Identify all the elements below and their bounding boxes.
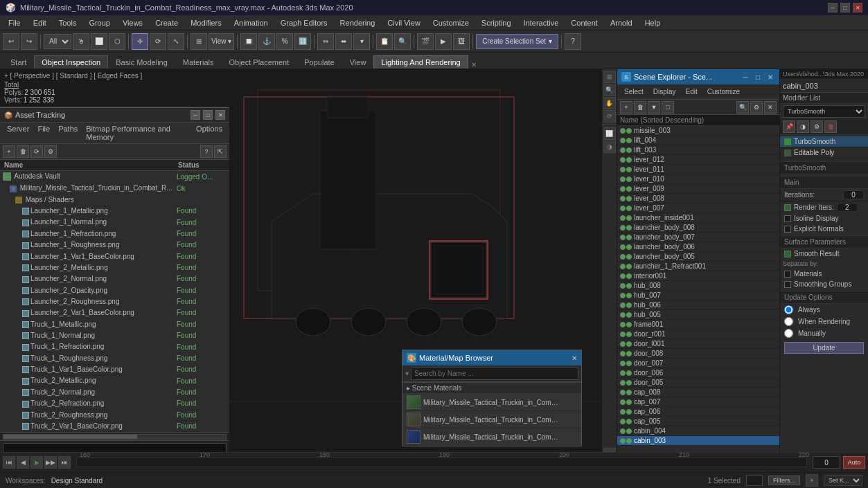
prev-frame-btn[interactable]: ◀ — [17, 456, 29, 469]
tab-materials[interactable]: Materials — [175, 55, 222, 69]
render-frame-btn[interactable]: 🖼 — [453, 33, 470, 50]
list-item[interactable]: launcher_body_006 — [617, 242, 779, 252]
table-row[interactable]: Truck_2_Roughness.pngFound — [0, 410, 229, 421]
table-row[interactable]: Maps / Shaders — [0, 195, 229, 206]
redo-btn[interactable]: ↪ — [21, 33, 37, 50]
close-btn[interactable]: ✕ — [853, 3, 862, 12]
list-item[interactable]: cabin_004 — [617, 426, 779, 436]
scene-explorer-btn[interactable]: 🔍 — [394, 33, 411, 50]
se-menu-select[interactable]: Select — [620, 87, 648, 96]
at-menu-server[interactable]: Server — [3, 124, 33, 142]
select-mode-dropdown[interactable]: All — [44, 34, 71, 49]
pan-btn[interactable]: ✋ — [603, 97, 616, 109]
layer-btn[interactable]: 📋 — [376, 33, 393, 50]
table-row[interactable]: Launcher_1_Roughness.pngFound — [0, 240, 229, 251]
mod-configure-btn[interactable]: ⚙ — [811, 120, 823, 133]
ref-coord-btn[interactable]: ⊞ — [191, 33, 207, 50]
at-new-btn[interactable]: + — [3, 145, 15, 158]
tab-start[interactable]: Start — [3, 55, 34, 69]
list-item[interactable]: cap_006 — [617, 407, 779, 417]
list-item[interactable]: door_007 — [617, 359, 779, 368]
render-setup-btn[interactable]: 🎬 — [417, 33, 434, 50]
table-row[interactable]: Truck_1_Metallic.pngFound — [0, 319, 229, 330]
table-row[interactable]: Launcher_2_Metallic.pngFound — [0, 262, 229, 273]
se-close2-btn[interactable]: ✕ — [764, 101, 777, 114]
maximize-btn[interactable]: □ — [840, 3, 850, 12]
list-item[interactable]: launcher_inside001 — [617, 213, 779, 223]
table-row[interactable]: Launcher_2_Opacity.pngFound — [0, 285, 229, 296]
at-scrollbar[interactable] — [0, 432, 229, 440]
table-row[interactable]: Truck_2_Refraction.pngFound — [0, 398, 229, 409]
at-menu-options[interactable]: Options — [192, 124, 227, 142]
mod-delete-btn[interactable]: 🗑 — [824, 120, 837, 133]
se-filter-btn[interactable]: ▼ — [648, 101, 660, 114]
zoom-extents-btn[interactable]: ⊞ — [603, 71, 616, 83]
list-item[interactable]: launcher_body_007 — [617, 233, 779, 242]
list-item[interactable]: launcher_body_008 — [617, 223, 779, 233]
materials-checkbox[interactable] — [784, 271, 791, 278]
minimize-btn[interactable]: ─ — [828, 3, 838, 12]
list-item[interactable]: lift_003 — [617, 145, 779, 155]
at-menu-file[interactable]: File — [33, 124, 54, 142]
se-settings-btn[interactable]: ⚙ — [750, 101, 763, 114]
table-row[interactable]: Autodesk Vault Logged O... — [0, 171, 229, 183]
at-max-btn[interactable]: □ — [203, 110, 213, 120]
play-btn[interactable]: ▶ — [30, 456, 43, 469]
table-row[interactable]: 3 Military_Missile_Tactical_Truckin_in_C… — [0, 183, 229, 194]
render-iters-checkbox[interactable] — [784, 204, 791, 211]
list-item[interactable]: hub_007 — [617, 291, 779, 300]
modifier-stack-item[interactable]: TurboSmooth — [780, 136, 868, 147]
select-region-btn[interactable]: ⬜ — [91, 33, 107, 50]
se-max-btn[interactable]: □ — [753, 72, 763, 82]
next-frame-btn[interactable]: ▶▶ — [44, 456, 57, 469]
table-row[interactable]: Launcher_2_Normal.pngFound — [0, 273, 229, 284]
table-row[interactable]: Launcher_1_Metallic.pngFound — [0, 206, 229, 217]
goto-end-btn[interactable]: ⏭ — [58, 456, 71, 469]
mat-browser-close-btn[interactable]: ✕ — [572, 354, 577, 362]
list-item[interactable]: cap_008 — [617, 388, 779, 397]
menu-file[interactable]: File — [3, 17, 26, 28]
se-add-btn[interactable]: + — [620, 101, 632, 114]
menu-rendering[interactable]: Rendering — [335, 17, 381, 28]
menu-views[interactable]: Views — [117, 17, 148, 28]
se-search-btn[interactable]: 🔍 — [736, 101, 749, 114]
smoothing-groups-checkbox[interactable] — [784, 281, 791, 288]
list-item[interactable]: frame001 — [617, 320, 779, 329]
list-item[interactable]: cabin_003 — [617, 436, 779, 446]
se-close-btn[interactable]: ✕ — [765, 72, 775, 82]
menu-graph[interactable]: Graph Editors — [275, 17, 333, 28]
select-lasso-btn[interactable]: ⬡ — [109, 33, 125, 50]
orbit-btn[interactable]: ⟳ — [603, 110, 616, 123]
list-item[interactable]: lever_009 — [617, 184, 779, 194]
at-help-btn[interactable]: ? — [200, 145, 213, 158]
tab-populate[interactable]: Populate — [296, 55, 342, 69]
always-radio[interactable] — [784, 305, 793, 314]
se-menu-edit[interactable]: Edit — [682, 87, 702, 96]
menu-create[interactable]: Create — [150, 17, 184, 28]
timeline-slider[interactable]: 160 170 180 190 200 210 220 — [76, 458, 807, 467]
help-btn[interactable]: ? — [565, 33, 581, 50]
table-row[interactable]: Truck_2_Normal.pngFound — [0, 387, 229, 398]
menu-help[interactable]: Help — [639, 17, 666, 28]
list-item[interactable]: door_008 — [617, 349, 779, 359]
create-selection-set[interactable]: Create Selection Set ▾ — [476, 34, 558, 49]
table-row[interactable]: Launcher_1_Normal.pngFound — [0, 217, 229, 228]
update-button[interactable]: Update — [784, 342, 864, 354]
mod-pin-btn[interactable]: 📌 — [783, 120, 795, 133]
table-row[interactable]: Launcher_2_Roughness.pngFound — [0, 296, 229, 307]
modifier-list-dropdown[interactable]: TurboSmooth — [783, 105, 865, 118]
table-row[interactable]: Launcher_2_Var1_BaseColor.pngFound — [0, 307, 229, 318]
list-item[interactable]: lever_012 — [617, 155, 779, 165]
align-drop-btn[interactable]: ▾ — [353, 33, 370, 50]
tab-lighting[interactable]: Lighting And Rendering — [373, 55, 468, 69]
menu-modifiers[interactable]: Modifiers — [185, 17, 227, 28]
menu-interactive[interactable]: Interactive — [518, 17, 565, 28]
isoline-checkbox[interactable] — [784, 215, 791, 222]
when-rendering-radio[interactable] — [784, 317, 793, 326]
at-menu-bitmap[interactable]: Bitmap Performance and Memory — [82, 124, 192, 142]
mat-item[interactable]: Military_Missile_Tactical_Truckin_in_Com… — [402, 428, 581, 446]
goto-start-btn[interactable]: ⏮ — [3, 456, 15, 469]
table-row[interactable]: Truck_1_Var1_BaseColor.pngFound — [0, 364, 229, 375]
mat-item[interactable]: Military_Missile_Tactical_Truckin_in_Com… — [402, 411, 581, 428]
tab-view[interactable]: View — [342, 55, 374, 69]
